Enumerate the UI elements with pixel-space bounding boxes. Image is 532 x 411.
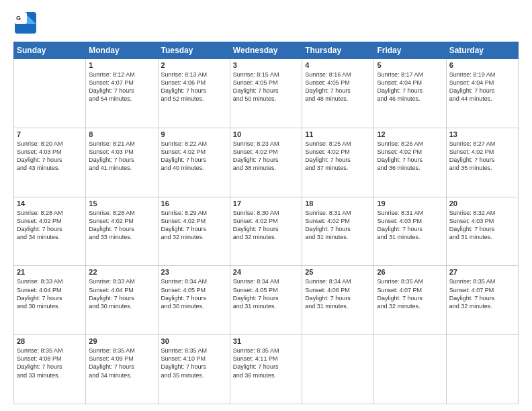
day-info: Sunrise: 8:34 AM Sunset: 4:06 PM Dayligh… bbox=[305, 277, 371, 310]
day-number: 15 bbox=[89, 199, 154, 208]
day-info: Sunrise: 8:27 AM Sunset: 4:02 PM Dayligh… bbox=[449, 140, 515, 173]
col-header-tuesday: Tuesday bbox=[158, 42, 230, 59]
calendar-cell: 5Sunrise: 8:17 AM Sunset: 4:04 PM Daylig… bbox=[374, 59, 446, 128]
calendar-cell: 19Sunrise: 8:31 AM Sunset: 4:03 PM Dayli… bbox=[374, 197, 446, 266]
day-info: Sunrise: 8:20 AM Sunset: 4:03 PM Dayligh… bbox=[17, 140, 83, 173]
day-number: 23 bbox=[161, 268, 227, 276]
day-info: Sunrise: 8:22 AM Sunset: 4:02 PM Dayligh… bbox=[161, 140, 227, 173]
col-header-sunday: Sunday bbox=[14, 42, 86, 59]
calendar-week-row: 14Sunrise: 8:28 AM Sunset: 4:02 PM Dayli… bbox=[14, 197, 519, 266]
day-info: Sunrise: 8:34 AM Sunset: 4:05 PM Dayligh… bbox=[233, 277, 299, 310]
calendar-cell: 21Sunrise: 8:33 AM Sunset: 4:04 PM Dayli… bbox=[14, 266, 86, 335]
calendar-cell: 4Sunrise: 8:16 AM Sunset: 4:05 PM Daylig… bbox=[302, 59, 374, 128]
day-number: 24 bbox=[233, 268, 299, 276]
day-info: Sunrise: 8:35 AM Sunset: 4:07 PM Dayligh… bbox=[449, 277, 515, 310]
day-number: 13 bbox=[449, 130, 515, 138]
calendar-cell bbox=[374, 335, 446, 404]
col-header-saturday: Saturday bbox=[446, 42, 518, 59]
day-number: 19 bbox=[377, 199, 443, 208]
calendar-cell: 24Sunrise: 8:34 AM Sunset: 4:05 PM Dayli… bbox=[230, 266, 302, 335]
svg-text:G: G bbox=[16, 15, 21, 21]
day-number: 26 bbox=[377, 268, 443, 276]
day-info: Sunrise: 8:31 AM Sunset: 4:02 PM Dayligh… bbox=[305, 209, 371, 242]
calendar-cell: 13Sunrise: 8:27 AM Sunset: 4:02 PM Dayli… bbox=[446, 128, 518, 197]
calendar-week-row: 1Sunrise: 8:12 AM Sunset: 4:07 PM Daylig… bbox=[14, 59, 519, 128]
calendar-cell: 16Sunrise: 8:29 AM Sunset: 4:02 PM Dayli… bbox=[158, 197, 230, 266]
calendar-cell: 27Sunrise: 8:35 AM Sunset: 4:07 PM Dayli… bbox=[446, 266, 518, 335]
day-info: Sunrise: 8:15 AM Sunset: 4:05 PM Dayligh… bbox=[233, 71, 299, 103]
day-info: Sunrise: 8:12 AM Sunset: 4:07 PM Dayligh… bbox=[89, 71, 154, 103]
calendar-cell: 3Sunrise: 8:15 AM Sunset: 4:05 PM Daylig… bbox=[230, 59, 302, 128]
col-header-friday: Friday bbox=[374, 42, 446, 59]
day-info: Sunrise: 8:16 AM Sunset: 4:05 PM Dayligh… bbox=[305, 71, 371, 103]
day-info: Sunrise: 8:13 AM Sunset: 4:06 PM Dayligh… bbox=[161, 71, 227, 103]
day-info: Sunrise: 8:25 AM Sunset: 4:02 PM Dayligh… bbox=[305, 140, 371, 173]
day-number: 2 bbox=[161, 61, 227, 69]
calendar-cell: 31Sunrise: 8:35 AM Sunset: 4:11 PM Dayli… bbox=[230, 335, 302, 404]
calendar-cell: 26Sunrise: 8:35 AM Sunset: 4:07 PM Dayli… bbox=[374, 266, 446, 335]
calendar-cell bbox=[14, 59, 86, 128]
calendar-cell: 22Sunrise: 8:33 AM Sunset: 4:04 PM Dayli… bbox=[86, 266, 158, 335]
day-number: 4 bbox=[305, 61, 371, 69]
day-number: 17 bbox=[233, 199, 299, 208]
day-info: Sunrise: 8:35 AM Sunset: 4:07 PM Dayligh… bbox=[377, 277, 443, 310]
col-header-monday: Monday bbox=[86, 42, 158, 59]
day-number: 27 bbox=[449, 268, 515, 276]
day-info: Sunrise: 8:19 AM Sunset: 4:04 PM Dayligh… bbox=[449, 71, 515, 103]
col-header-wednesday: Wednesday bbox=[230, 42, 302, 59]
calendar-cell: 28Sunrise: 8:35 AM Sunset: 4:08 PM Dayli… bbox=[14, 335, 86, 404]
day-number: 25 bbox=[305, 268, 371, 276]
day-number: 8 bbox=[89, 130, 154, 138]
calendar-cell bbox=[446, 335, 518, 404]
day-number: 6 bbox=[449, 61, 515, 69]
day-number: 29 bbox=[89, 337, 154, 345]
calendar-table: SundayMondayTuesdayWednesdayThursdayFrid… bbox=[13, 42, 519, 404]
day-info: Sunrise: 8:32 AM Sunset: 4:03 PM Dayligh… bbox=[449, 209, 515, 242]
calendar-header-row: SundayMondayTuesdayWednesdayThursdayFrid… bbox=[14, 42, 519, 59]
calendar-cell: 12Sunrise: 8:26 AM Sunset: 4:02 PM Dayli… bbox=[374, 128, 446, 197]
day-info: Sunrise: 8:35 AM Sunset: 4:10 PM Dayligh… bbox=[161, 347, 227, 379]
day-number: 31 bbox=[233, 337, 299, 345]
day-number: 5 bbox=[377, 61, 443, 69]
day-number: 9 bbox=[161, 130, 227, 138]
day-number: 11 bbox=[305, 130, 371, 138]
day-number: 10 bbox=[233, 130, 299, 138]
day-info: Sunrise: 8:35 AM Sunset: 4:09 PM Dayligh… bbox=[89, 347, 154, 379]
day-number: 30 bbox=[161, 337, 227, 345]
calendar-cell: 17Sunrise: 8:30 AM Sunset: 4:02 PM Dayli… bbox=[230, 197, 302, 266]
day-info: Sunrise: 8:28 AM Sunset: 4:02 PM Dayligh… bbox=[17, 209, 83, 242]
day-info: Sunrise: 8:26 AM Sunset: 4:02 PM Dayligh… bbox=[377, 140, 443, 173]
header: G bbox=[13, 11, 519, 35]
day-info: Sunrise: 8:28 AM Sunset: 4:02 PM Dayligh… bbox=[89, 209, 154, 242]
calendar-week-row: 21Sunrise: 8:33 AM Sunset: 4:04 PM Dayli… bbox=[14, 266, 519, 335]
calendar-cell: 23Sunrise: 8:34 AM Sunset: 4:05 PM Dayli… bbox=[158, 266, 230, 335]
day-info: Sunrise: 8:29 AM Sunset: 4:02 PM Dayligh… bbox=[161, 209, 227, 242]
col-header-thursday: Thursday bbox=[302, 42, 374, 59]
day-info: Sunrise: 8:17 AM Sunset: 4:04 PM Dayligh… bbox=[377, 71, 443, 103]
calendar-cell: 15Sunrise: 8:28 AM Sunset: 4:02 PM Dayli… bbox=[86, 197, 158, 266]
day-number: 28 bbox=[17, 337, 83, 345]
calendar-week-row: 7Sunrise: 8:20 AM Sunset: 4:03 PM Daylig… bbox=[14, 128, 519, 197]
day-number: 20 bbox=[449, 199, 515, 208]
day-number: 16 bbox=[161, 199, 227, 208]
day-number: 3 bbox=[233, 61, 299, 69]
day-info: Sunrise: 8:30 AM Sunset: 4:02 PM Dayligh… bbox=[233, 209, 299, 242]
calendar-cell: 8Sunrise: 8:21 AM Sunset: 4:03 PM Daylig… bbox=[86, 128, 158, 197]
calendar-cell: 2Sunrise: 8:13 AM Sunset: 4:06 PM Daylig… bbox=[158, 59, 230, 128]
day-info: Sunrise: 8:21 AM Sunset: 4:03 PM Dayligh… bbox=[89, 140, 154, 173]
calendar-cell: 9Sunrise: 8:22 AM Sunset: 4:02 PM Daylig… bbox=[158, 128, 230, 197]
calendar-cell: 1Sunrise: 8:12 AM Sunset: 4:07 PM Daylig… bbox=[86, 59, 158, 128]
day-number: 12 bbox=[377, 130, 443, 138]
calendar-cell: 10Sunrise: 8:23 AM Sunset: 4:02 PM Dayli… bbox=[230, 128, 302, 197]
calendar-cell: 18Sunrise: 8:31 AM Sunset: 4:02 PM Dayli… bbox=[302, 197, 374, 266]
calendar-cell: 6Sunrise: 8:19 AM Sunset: 4:04 PM Daylig… bbox=[446, 59, 518, 128]
day-info: Sunrise: 8:35 AM Sunset: 4:11 PM Dayligh… bbox=[233, 347, 299, 379]
calendar-cell: 7Sunrise: 8:20 AM Sunset: 4:03 PM Daylig… bbox=[14, 128, 86, 197]
day-number: 14 bbox=[17, 199, 83, 208]
day-info: Sunrise: 8:34 AM Sunset: 4:05 PM Dayligh… bbox=[161, 277, 227, 310]
calendar-cell: 30Sunrise: 8:35 AM Sunset: 4:10 PM Dayli… bbox=[158, 335, 230, 404]
day-number: 22 bbox=[89, 268, 154, 276]
calendar-cell bbox=[302, 335, 374, 404]
logo-icon: G bbox=[13, 11, 38, 35]
day-info: Sunrise: 8:33 AM Sunset: 4:04 PM Dayligh… bbox=[17, 277, 83, 310]
